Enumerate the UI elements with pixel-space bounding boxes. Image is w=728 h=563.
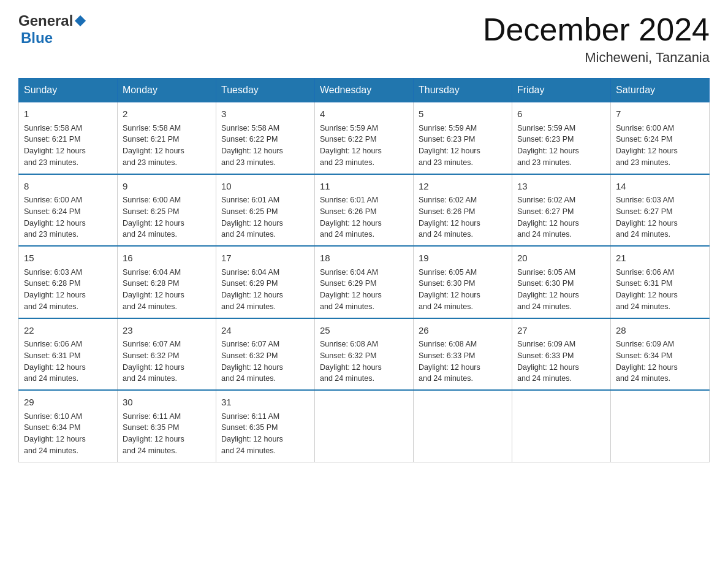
calendar-week-4: 22 Sunrise: 6:06 AM Sunset: 6:31 PM Dayl…	[19, 318, 710, 391]
calendar-week-2: 8 Sunrise: 6:00 AM Sunset: 6:24 PM Dayli…	[19, 174, 710, 247]
day-info: Sunrise: 6:00 AM Sunset: 6:24 PM Dayligh…	[616, 123, 704, 169]
day-number: 27	[517, 324, 605, 338]
day-number: 11	[320, 180, 408, 194]
day-number: 4	[320, 107, 408, 121]
day-number: 18	[320, 251, 408, 266]
calendar-week-3: 15 Sunrise: 6:03 AM Sunset: 6:28 PM Dayl…	[19, 246, 710, 318]
day-info: Sunrise: 6:06 AM Sunset: 6:31 PM Dayligh…	[616, 267, 704, 313]
calendar-day-cell: 16 Sunrise: 6:04 AM Sunset: 6:28 PM Dayl…	[118, 246, 216, 318]
day-number: 8	[24, 180, 112, 194]
logo-flag-icon	[74, 14, 87, 28]
day-info: Sunrise: 6:03 AM Sunset: 6:28 PM Dayligh…	[24, 267, 112, 313]
day-number: 10	[221, 180, 309, 194]
calendar-day-cell: 27 Sunrise: 6:09 AM Sunset: 6:33 PM Dayl…	[512, 318, 611, 391]
day-number: 7	[616, 107, 704, 121]
weekday-header-wednesday: Wednesday	[315, 79, 414, 102]
day-info: Sunrise: 5:59 AM Sunset: 6:23 PM Dayligh…	[419, 123, 507, 169]
weekday-header-friday: Friday	[512, 79, 611, 102]
day-info: Sunrise: 6:01 AM Sunset: 6:26 PM Dayligh…	[320, 194, 408, 240]
calendar-table: SundayMondayTuesdayWednesdayThursdayFrid…	[18, 78, 710, 462]
calendar-day-cell: 5 Sunrise: 5:59 AM Sunset: 6:23 PM Dayli…	[414, 102, 512, 174]
day-info: Sunrise: 6:10 AM Sunset: 6:34 PM Dayligh…	[24, 411, 112, 457]
calendar-day-cell: 3 Sunrise: 5:58 AM Sunset: 6:22 PM Dayli…	[216, 102, 315, 174]
day-number: 21	[616, 251, 704, 266]
day-info: Sunrise: 6:08 AM Sunset: 6:33 PM Dayligh…	[419, 339, 507, 385]
day-number: 20	[517, 251, 605, 266]
page-header: General Blue December 2024 Micheweni, Ta…	[18, 12, 710, 66]
calendar-day-cell: 7 Sunrise: 6:00 AM Sunset: 6:24 PM Dayli…	[611, 102, 710, 174]
day-number: 31	[221, 396, 309, 410]
day-number: 24	[221, 324, 309, 338]
day-info: Sunrise: 6:08 AM Sunset: 6:32 PM Dayligh…	[320, 339, 408, 385]
calendar-day-cell: 10 Sunrise: 6:01 AM Sunset: 6:25 PM Dayl…	[216, 174, 315, 247]
day-number: 6	[517, 107, 605, 121]
calendar-day-cell: 23 Sunrise: 6:07 AM Sunset: 6:32 PM Dayl…	[118, 318, 216, 391]
day-number: 26	[419, 324, 507, 338]
calendar-day-cell	[315, 390, 414, 462]
month-title: December 2024	[483, 12, 710, 47]
day-number: 12	[419, 180, 507, 194]
day-info: Sunrise: 6:09 AM Sunset: 6:33 PM Dayligh…	[517, 339, 605, 385]
day-info: Sunrise: 6:00 AM Sunset: 6:24 PM Dayligh…	[24, 194, 112, 240]
day-info: Sunrise: 6:07 AM Sunset: 6:32 PM Dayligh…	[221, 339, 309, 385]
calendar-day-cell: 2 Sunrise: 5:58 AM Sunset: 6:21 PM Dayli…	[118, 102, 216, 174]
calendar-day-cell: 19 Sunrise: 6:05 AM Sunset: 6:30 PM Dayl…	[414, 246, 512, 318]
weekday-header-tuesday: Tuesday	[216, 79, 315, 102]
calendar-day-cell: 14 Sunrise: 6:03 AM Sunset: 6:27 PM Dayl…	[611, 174, 710, 247]
calendar-day-cell: 22 Sunrise: 6:06 AM Sunset: 6:31 PM Dayl…	[19, 318, 118, 391]
day-info: Sunrise: 6:02 AM Sunset: 6:27 PM Dayligh…	[517, 194, 605, 240]
day-info: Sunrise: 5:58 AM Sunset: 6:22 PM Dayligh…	[221, 123, 309, 169]
day-info: Sunrise: 5:59 AM Sunset: 6:22 PM Dayligh…	[320, 123, 408, 169]
calendar-week-1: 1 Sunrise: 5:58 AM Sunset: 6:21 PM Dayli…	[19, 102, 710, 174]
day-number: 23	[123, 324, 211, 338]
calendar-day-cell: 18 Sunrise: 6:04 AM Sunset: 6:29 PM Dayl…	[315, 246, 414, 318]
day-info: Sunrise: 5:58 AM Sunset: 6:21 PM Dayligh…	[24, 123, 112, 169]
day-info: Sunrise: 6:11 AM Sunset: 6:35 PM Dayligh…	[123, 411, 211, 457]
title-block: December 2024 Micheweni, Tanzania	[483, 12, 710, 66]
calendar-week-5: 29 Sunrise: 6:10 AM Sunset: 6:34 PM Dayl…	[19, 390, 710, 462]
day-number: 30	[123, 396, 211, 410]
day-info: Sunrise: 6:06 AM Sunset: 6:31 PM Dayligh…	[24, 339, 112, 385]
day-info: Sunrise: 6:04 AM Sunset: 6:29 PM Dayligh…	[320, 267, 408, 313]
calendar-day-cell: 25 Sunrise: 6:08 AM Sunset: 6:32 PM Dayl…	[315, 318, 414, 391]
day-number: 3	[221, 107, 309, 121]
calendar-day-cell: 31 Sunrise: 6:11 AM Sunset: 6:35 PM Dayl…	[216, 390, 315, 462]
day-number: 2	[123, 107, 211, 121]
day-number: 22	[24, 324, 112, 338]
day-info: Sunrise: 6:05 AM Sunset: 6:30 PM Dayligh…	[419, 267, 507, 313]
calendar-day-cell: 4 Sunrise: 5:59 AM Sunset: 6:22 PM Dayli…	[315, 102, 414, 174]
logo-blue-text: Blue	[21, 29, 53, 46]
day-info: Sunrise: 6:00 AM Sunset: 6:25 PM Dayligh…	[123, 194, 211, 240]
day-info: Sunrise: 6:07 AM Sunset: 6:32 PM Dayligh…	[123, 339, 211, 385]
day-info: Sunrise: 6:09 AM Sunset: 6:34 PM Dayligh…	[616, 339, 704, 385]
svg-marker-1	[80, 15, 86, 21]
logo: General Blue	[18, 12, 88, 47]
weekday-header-monday: Monday	[118, 79, 216, 102]
calendar-day-cell: 24 Sunrise: 6:07 AM Sunset: 6:32 PM Dayl…	[216, 318, 315, 391]
day-info: Sunrise: 6:03 AM Sunset: 6:27 PM Dayligh…	[616, 194, 704, 240]
day-number: 15	[24, 251, 112, 266]
calendar-day-cell: 8 Sunrise: 6:00 AM Sunset: 6:24 PM Dayli…	[19, 174, 118, 247]
day-info: Sunrise: 5:58 AM Sunset: 6:21 PM Dayligh…	[123, 123, 211, 169]
day-number: 16	[123, 251, 211, 266]
day-info: Sunrise: 6:05 AM Sunset: 6:30 PM Dayligh…	[517, 267, 605, 313]
calendar-day-cell: 29 Sunrise: 6:10 AM Sunset: 6:34 PM Dayl…	[19, 390, 118, 462]
day-number: 29	[24, 396, 112, 410]
day-number: 17	[221, 251, 309, 266]
calendar-day-cell: 30 Sunrise: 6:11 AM Sunset: 6:35 PM Dayl…	[118, 390, 216, 462]
day-info: Sunrise: 6:01 AM Sunset: 6:25 PM Dayligh…	[221, 194, 309, 240]
calendar-day-cell: 6 Sunrise: 5:59 AM Sunset: 6:23 PM Dayli…	[512, 102, 611, 174]
day-info: Sunrise: 5:59 AM Sunset: 6:23 PM Dayligh…	[517, 123, 605, 169]
calendar-day-cell: 21 Sunrise: 6:06 AM Sunset: 6:31 PM Dayl…	[611, 246, 710, 318]
day-number: 28	[616, 324, 704, 338]
calendar-day-cell	[611, 390, 710, 462]
day-number: 13	[517, 180, 605, 194]
day-number: 25	[320, 324, 408, 338]
day-number: 19	[419, 251, 507, 266]
day-number: 14	[616, 180, 704, 194]
calendar-day-cell: 20 Sunrise: 6:05 AM Sunset: 6:30 PM Dayl…	[512, 246, 611, 318]
weekday-header-sunday: Sunday	[19, 79, 118, 102]
calendar-day-cell: 1 Sunrise: 5:58 AM Sunset: 6:21 PM Dayli…	[19, 102, 118, 174]
calendar-day-cell: 9 Sunrise: 6:00 AM Sunset: 6:25 PM Dayli…	[118, 174, 216, 247]
day-number: 5	[419, 107, 507, 121]
